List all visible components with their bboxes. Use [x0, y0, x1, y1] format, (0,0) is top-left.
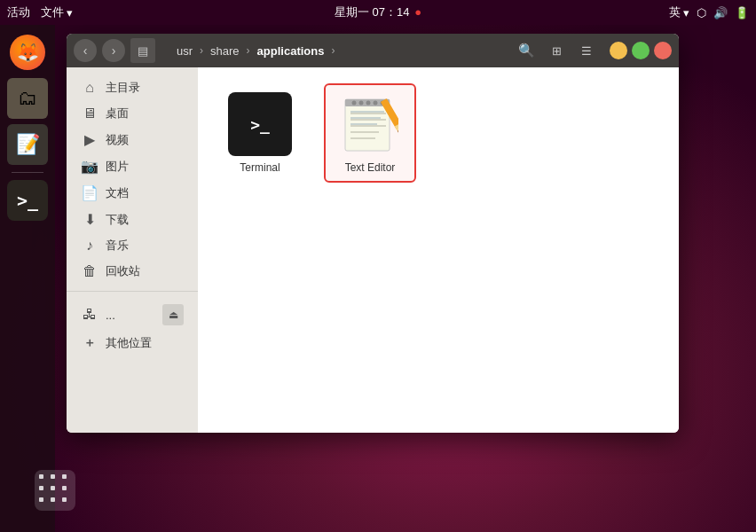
main-content[interactable]: >_ Terminal	[198, 67, 679, 433]
search-button[interactable]: 🔍	[514, 38, 539, 63]
svg-point-5	[374, 101, 378, 106]
dock: 🦊 🗂 📝 >_	[0, 25, 55, 532]
lang-arrow: ▾	[683, 6, 689, 20]
video-icon: ▶	[81, 131, 98, 148]
path-history-icon[interactable]: ▤	[130, 38, 155, 63]
sidebar-desktop-label: 桌面	[106, 106, 129, 121]
path-share[interactable]: share	[205, 42, 245, 60]
sidebar-item-desktop[interactable]: 🖥 桌面	[70, 101, 194, 126]
svg-point-4	[366, 101, 371, 106]
nav-back-button[interactable]: ‹	[74, 39, 97, 62]
window-titlebar: ‹ › ▤ usr › share › applications › 🔍 ⊞ ☰	[67, 34, 679, 67]
window-maximize-button[interactable]	[632, 42, 650, 59]
dock-icon-terminal[interactable]: >_	[7, 180, 48, 221]
documents-icon: 📄	[81, 184, 98, 201]
file-menu-arrow: ▾	[67, 6, 73, 20]
svg-point-3	[359, 101, 364, 106]
window-minimize-button[interactable]	[610, 42, 627, 59]
sidebar-pictures-label: 图片	[106, 159, 129, 175]
topbar-power[interactable]: 🔋	[735, 6, 749, 20]
svg-point-2	[352, 101, 357, 106]
files-icon: 🗂	[18, 87, 37, 110]
sidebar-other-label: 其他位置	[106, 335, 152, 351]
titlebar-actions: 🔍 ⊞ ☰	[514, 38, 599, 63]
terminal-prompt: >_	[250, 115, 270, 134]
sidebar-item-downloads[interactable]: ⬇ 下载	[70, 207, 194, 232]
sidebar-item-home[interactable]: ⌂ 主目录	[70, 75, 194, 100]
window-close-button[interactable]	[654, 42, 672, 59]
topbar-datetime: 星期一 07：14 ●	[335, 4, 421, 20]
dock-icon-firefox[interactable]: 🦊	[7, 32, 48, 73]
topbar: 活动 文件 ▾ 星期一 07：14 ● 英 ▾ ⬡ 🔊 🔋	[0, 0, 756, 25]
topbar-sound[interactable]: 🔊	[713, 6, 728, 20]
topbar-activities[interactable]: 活动	[7, 4, 30, 20]
svg-rect-0	[345, 99, 390, 151]
sidebar-network-label: ...	[106, 309, 115, 322]
network-icon: 🖧	[81, 307, 98, 323]
trash-icon: 🗑	[81, 263, 98, 279]
path-arrow-3: ›	[329, 44, 336, 57]
sidebar-item-music[interactable]: ♪ 音乐	[70, 233, 194, 258]
sidebar-trash-label: 回收站	[106, 263, 140, 279]
terminal-icon: >_	[17, 190, 38, 211]
sidebar-item-video[interactable]: ▶ 视频	[70, 127, 194, 153]
sidebar-item-documents[interactable]: 📄 文档	[70, 180, 194, 206]
window-controls	[610, 42, 672, 59]
sidebar-music-label: 音乐	[106, 238, 129, 254]
window-body: ⌂ 主目录 🖥 桌面 ▶ 视频 📷 图片 📄 文档 ⬇ 下载	[67, 67, 679, 433]
sidebar-documents-label: 文档	[106, 185, 129, 201]
topbar-file-menu[interactable]: 文件 ▾	[41, 4, 73, 20]
terminal-icon-wrapper: >_	[228, 92, 292, 156]
path-applications[interactable]: applications	[252, 42, 330, 60]
sidebar-downloads-label: 下载	[106, 212, 129, 228]
topbar-lang[interactable]: 英 ▾	[669, 4, 689, 20]
file-item-text-editor[interactable]: Text Editor	[326, 85, 414, 181]
text-editor-file-name: Text Editor	[345, 161, 396, 174]
sidebar-video-label: 视频	[106, 132, 129, 148]
other-icon: ＋	[81, 335, 98, 351]
eject-button[interactable]: ⏏	[162, 304, 184, 325]
sidebar-home-label: 主目录	[106, 80, 140, 96]
path-arrow-1: ›	[198, 44, 205, 57]
downloads-icon: ⬇	[81, 211, 98, 228]
text-editor-icon-wrapper	[338, 92, 402, 156]
sidebar-item-trash[interactable]: 🗑 回收站	[70, 259, 194, 284]
pictures-icon: 📷	[81, 158, 98, 175]
apps-grid-button[interactable]	[35, 470, 75, 511]
path-usr[interactable]: usr	[171, 42, 198, 60]
topbar-network[interactable]: ⬡	[697, 6, 706, 20]
dock-icon-writer[interactable]: 📝	[7, 124, 48, 165]
menu-button[interactable]: ☰	[574, 38, 599, 63]
sidebar-item-pictures[interactable]: 📷 图片	[70, 153, 194, 179]
path-arrow-2: ›	[245, 44, 252, 57]
text-editor-svg	[342, 94, 398, 154]
writer-icon: 📝	[16, 133, 40, 156]
breadcrumb: usr › share › applications ›	[171, 42, 501, 60]
sidebar-bottom-section: 🖧 ... ⏏ ＋ 其他位置	[67, 291, 198, 356]
nav-forward-button[interactable]: ›	[102, 39, 125, 62]
firefox-icon: 🦊	[10, 35, 45, 70]
terminal-file-name: Terminal	[240, 161, 280, 174]
music-icon: ♪	[81, 238, 98, 254]
apps-grid-icon	[39, 474, 71, 506]
sidebar: ⌂ 主目录 🖥 桌面 ▶ 视频 📷 图片 📄 文档 ⬇ 下载	[67, 67, 198, 433]
file-item-terminal[interactable]: >_ Terminal	[216, 85, 304, 181]
sidebar-item-other[interactable]: ＋ 其他位置	[70, 331, 194, 356]
dock-separator	[12, 172, 43, 173]
recording-dot: ●	[414, 5, 421, 19]
file-manager-window: ‹ › ▤ usr › share › applications › 🔍 ⊞ ☰	[67, 34, 679, 433]
home-icon: ⌂	[81, 80, 98, 96]
dock-icon-files[interactable]: 🗂	[7, 78, 48, 119]
view-toggle-button[interactable]: ⊞	[544, 38, 569, 63]
desktop-icon: 🖥	[81, 106, 98, 121]
sidebar-item-network[interactable]: 🖧 ... ⏏	[70, 300, 194, 330]
